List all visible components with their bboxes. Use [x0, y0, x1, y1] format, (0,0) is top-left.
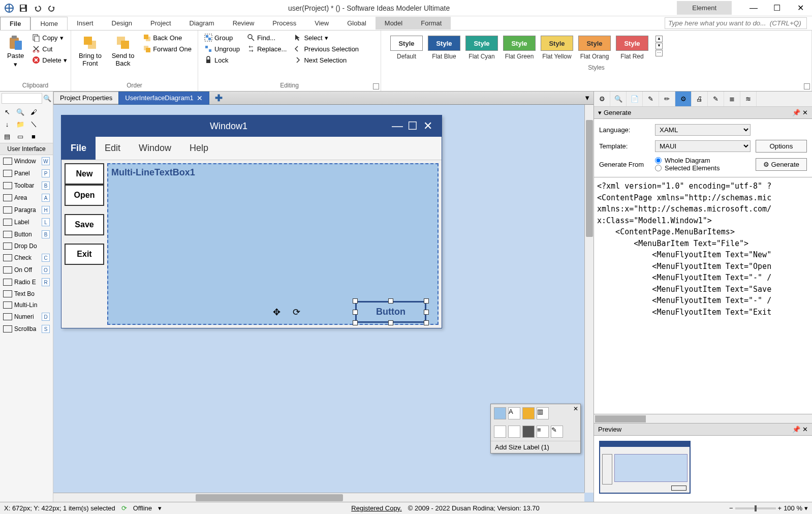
- popup-tool-1[interactable]: [494, 407, 506, 419]
- group-button[interactable]: Group: [202, 33, 242, 43]
- code-h-scrollbar[interactable]: [594, 414, 812, 423]
- tab-global[interactable]: Global: [338, 17, 376, 29]
- radio-selected-elements[interactable]: [655, 165, 662, 171]
- toolbox-item[interactable]: ScrollbaS: [0, 323, 53, 335]
- move-handle-icon[interactable]: ✥: [273, 307, 280, 318]
- copy-button[interactable]: Copy ▾: [30, 33, 69, 43]
- lock-button[interactable]: Lock: [202, 55, 242, 65]
- popup-tool-4[interactable]: ▥: [537, 407, 549, 419]
- toolbox-item[interactable]: ParagraH: [0, 204, 53, 216]
- tab-model[interactable]: Model: [376, 17, 412, 29]
- code-output[interactable]: <?xml version="1.0" encoding="utf-8" ? <…: [594, 177, 812, 414]
- style-flat-yellow[interactable]: Style: [541, 36, 573, 51]
- toolbox-item[interactable]: PanelP: [0, 167, 53, 179]
- maximize-icon[interactable]: ☐: [765, 1, 789, 16]
- toolbox-item[interactable]: Drop Do: [0, 240, 53, 252]
- mock-btn-exit[interactable]: Exit: [65, 244, 104, 265]
- tab-process[interactable]: Process: [263, 17, 305, 29]
- generate-button[interactable]: ⚙ Generate: [756, 158, 807, 171]
- popup-tool-6[interactable]: [508, 426, 520, 438]
- tab-file[interactable]: File: [0, 17, 30, 30]
- preview-pin-icon[interactable]: 📌: [792, 426, 800, 433]
- toolbox-item[interactable]: ButtonB: [0, 228, 53, 240]
- mock-maximize-icon[interactable]: ☐: [405, 119, 420, 133]
- paint-tool-icon[interactable]: 🖌: [27, 106, 40, 117]
- editing-launcher-icon[interactable]: [373, 83, 379, 89]
- ungroup-button[interactable]: Ungroup: [202, 44, 242, 54]
- style-flat-red[interactable]: Style: [616, 36, 648, 51]
- right-tool-1[interactable]: ⚙: [594, 92, 610, 106]
- right-tool-5[interactable]: ✏: [659, 92, 675, 106]
- zoom-dropdown-icon[interactable]: ▾: [804, 504, 808, 512]
- toolbox-item[interactable]: Multi-Lin: [0, 299, 53, 311]
- tab-design[interactable]: Design: [103, 17, 141, 29]
- right-tool-2[interactable]: 🔍: [610, 92, 627, 106]
- mock-btn-open[interactable]: Open: [65, 185, 104, 206]
- toolbox-item[interactable]: ToolbarB: [0, 179, 53, 192]
- tab-project-properties[interactable]: Project Properties: [53, 92, 119, 104]
- save-icon[interactable]: [17, 2, 29, 14]
- cut-button[interactable]: Cut: [30, 44, 69, 54]
- shape-tool-icon[interactable]: ▭: [14, 131, 26, 142]
- bring-to-front-button[interactable]: Bring to Front: [75, 33, 105, 69]
- redo-icon[interactable]: [46, 2, 58, 14]
- toolbox-search-input[interactable]: [2, 93, 42, 104]
- select-button[interactable]: Select ▾: [292, 33, 361, 43]
- paste-button[interactable]: Paste▾: [4, 33, 27, 70]
- mock-menu-file[interactable]: File: [61, 137, 96, 160]
- delete-button[interactable]: Delete ▾: [30, 55, 69, 65]
- mock-btn-new[interactable]: New: [65, 163, 104, 185]
- zoom-tool-icon[interactable]: 🔍: [14, 106, 26, 117]
- preview-close-icon[interactable]: ✕: [802, 426, 808, 433]
- rect-tool-icon[interactable]: ■: [27, 131, 40, 142]
- toolbox-item[interactable]: CheckC: [0, 252, 53, 264]
- text-tool-icon[interactable]: ▤: [1, 131, 13, 142]
- toolbox-item[interactable]: LabelL: [0, 216, 53, 228]
- zoom-in-button[interactable]: +: [778, 504, 782, 512]
- toolbox-item[interactable]: Radio ER: [0, 276, 53, 288]
- popup-tool-5[interactable]: [494, 426, 506, 438]
- popup-close-icon[interactable]: ✕: [573, 405, 578, 412]
- app-icon[interactable]: [3, 2, 15, 14]
- next-selection-button[interactable]: Next Selection: [292, 55, 361, 65]
- previous-selection-button[interactable]: Previous Selection: [292, 44, 361, 54]
- mock-menu-edit[interactable]: Edit: [96, 137, 130, 160]
- toolbox-item[interactable]: WindowW: [0, 155, 53, 167]
- popup-tool-8[interactable]: ≡: [537, 426, 549, 438]
- style-flat-blue[interactable]: Style: [428, 36, 460, 51]
- gallery-down-icon[interactable]: ▼: [655, 43, 663, 49]
- search-icon[interactable]: 🔍: [43, 95, 51, 102]
- mock-button[interactable]: Button: [355, 301, 426, 323]
- tab-close-icon[interactable]: ✕: [197, 94, 203, 102]
- mock-window[interactable]: Window1 — ☐ ✕ File Edit Window Help New …: [61, 115, 442, 328]
- replace-button[interactable]: Replace...: [245, 44, 289, 54]
- right-tool-8[interactable]: ✎: [708, 92, 724, 106]
- close-icon[interactable]: ✕: [789, 1, 812, 16]
- add-tab-button[interactable]: ✚: [209, 90, 229, 106]
- style-flat-cyan[interactable]: Style: [465, 36, 498, 51]
- options-button[interactable]: Options: [756, 140, 807, 153]
- status-registered[interactable]: Registered Copy.: [351, 504, 401, 512]
- minimize-icon[interactable]: —: [742, 1, 765, 16]
- v-scrollbar[interactable]: [584, 105, 594, 493]
- popup-tool-2[interactable]: A: [508, 407, 520, 419]
- styles-launcher-icon[interactable]: [804, 83, 810, 89]
- tab-format[interactable]: Format: [412, 17, 451, 29]
- tab-ui-diagram[interactable]: UserInterfaceDiagram1✕: [118, 92, 209, 105]
- line-tool-icon[interactable]: ＼: [27, 118, 40, 130]
- connector-tool-icon[interactable]: ↓: [1, 118, 13, 130]
- tab-view[interactable]: View: [305, 17, 338, 29]
- right-tool-4[interactable]: ✎: [643, 92, 659, 106]
- right-tool-generate[interactable]: ⚙: [675, 92, 692, 106]
- mock-close-icon[interactable]: ✕: [420, 119, 435, 133]
- toolbox-item[interactable]: AreaA: [0, 192, 53, 204]
- back-one-button[interactable]: Back One: [141, 33, 194, 43]
- tabs-dropdown-icon[interactable]: ▼: [581, 94, 594, 102]
- collapse-icon[interactable]: ▾: [598, 109, 602, 116]
- style-flat-orange[interactable]: Style: [578, 36, 611, 51]
- undo-icon[interactable]: [32, 2, 44, 14]
- rotate-handle-icon[interactable]: ⟳: [293, 307, 300, 318]
- toolbox-item[interactable]: Text Bo: [0, 288, 53, 299]
- language-select[interactable]: XAML: [655, 124, 751, 136]
- tab-diagram[interactable]: Diagram: [180, 17, 224, 29]
